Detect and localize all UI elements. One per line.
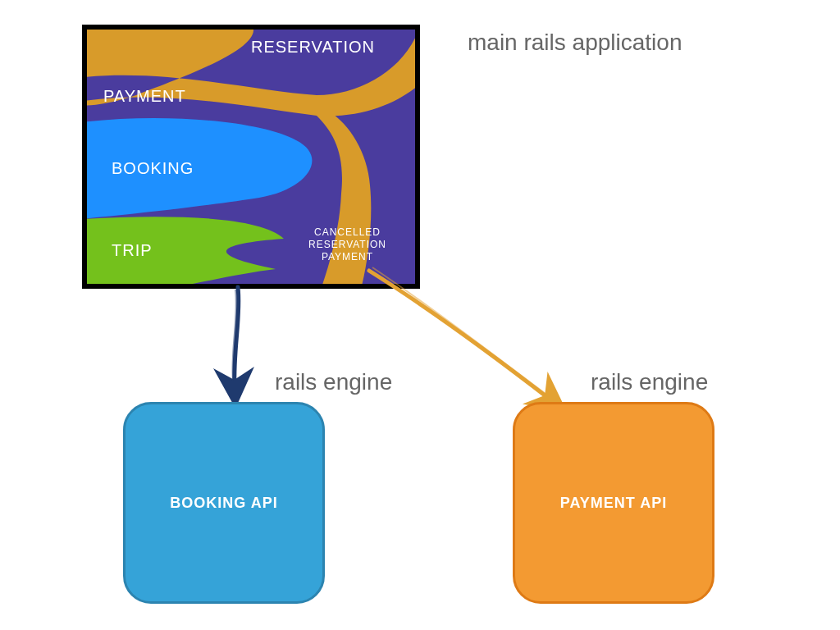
booking-api-label: BOOKING API — [170, 495, 277, 512]
booking-api-box: BOOKING API — [123, 402, 325, 604]
monolith-diagram: RESERVATION PAYMENT BOOKING TRIP CANCELL… — [82, 25, 420, 289]
arrow-to-booking — [205, 283, 271, 406]
payment-engine-caption: rails engine — [591, 369, 708, 395]
payment-api-box: PAYMENT API — [513, 402, 714, 604]
payment-api-label: PAYMENT API — [560, 495, 667, 512]
reservation-label: RESERVATION — [251, 38, 375, 57]
booking-engine-caption: rails engine — [275, 369, 392, 395]
booking-label: BOOKING — [112, 159, 194, 178]
payment-label: PAYMENT — [103, 87, 186, 106]
main-app-caption: main rails application — [468, 30, 682, 56]
trip-label: TRIP — [112, 241, 153, 260]
cancelled-label: CANCELLED RESERVATION PAYMENT — [308, 226, 386, 263]
